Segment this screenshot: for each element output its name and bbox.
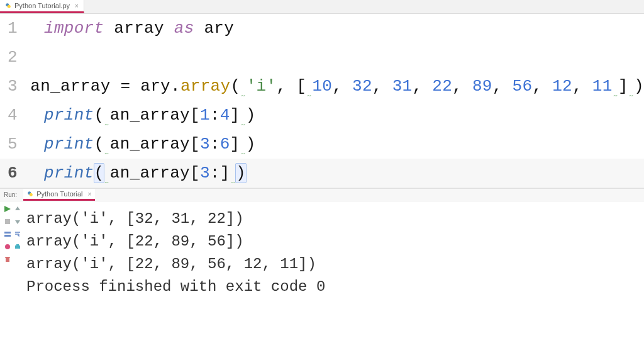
whitespace-hint-icon: ˷ xyxy=(613,85,618,98)
run-tab-python-tutorial[interactable]: Python Tutorial × xyxy=(23,189,95,201)
soft-wrap-icon[interactable] xyxy=(14,230,21,238)
svg-rect-5 xyxy=(5,219,10,224)
code-editor[interactable]: 1 import array as ary 2 3 an_array = ary… xyxy=(0,14,644,188)
line-number: 3 xyxy=(0,77,30,96)
output-line: array('i', [32, 31, 22]) xyxy=(26,208,644,230)
output-line: array('i', [22, 89, 56]) xyxy=(26,230,644,253)
down-arrow-icon[interactable] xyxy=(14,218,21,225)
run-panel-header: Run: Python Tutorial × xyxy=(0,189,644,201)
whitespace-hint-icon: ˷ xyxy=(240,114,246,127)
run-panel-label: Run: xyxy=(4,191,19,198)
close-icon[interactable]: × xyxy=(73,3,79,9)
run-toolbar xyxy=(0,201,26,355)
console-output[interactable]: array('i', [32, 31, 22]) array('i', [22,… xyxy=(26,201,644,355)
print-icon[interactable] xyxy=(14,243,21,251)
svg-point-1 xyxy=(8,5,11,8)
code-line: 2 xyxy=(0,43,644,72)
whitespace-hint-icon: ˷ xyxy=(306,85,312,98)
code-line: 1 import array as ary xyxy=(0,14,644,43)
matched-paren: ( xyxy=(94,164,104,183)
close-icon[interactable]: × xyxy=(86,191,92,198)
editor-tab-bar: Python Tutorial.py × xyxy=(0,0,644,14)
svg-rect-10 xyxy=(16,244,19,245)
line-number: 5 xyxy=(0,135,44,154)
record-icon[interactable] xyxy=(4,243,11,251)
line-number: 6 xyxy=(0,164,44,183)
svg-rect-9 xyxy=(15,245,20,249)
code-content: print(˷an_array[3:]˷) xyxy=(44,164,246,183)
editor-tab-python-tutorial[interactable]: Python Tutorial.py × xyxy=(0,0,84,13)
svg-rect-11 xyxy=(6,257,9,262)
output-line: array('i', [22, 89, 56, 12, 11]) xyxy=(26,253,644,276)
line-number: 4 xyxy=(0,106,44,125)
code-line: 3 an_array = ary.array(˷'i', [˷10, 32, 3… xyxy=(0,72,644,101)
code-line-current: 6 print(˷an_array[3:]˷) xyxy=(0,159,644,188)
matched-paren: ) xyxy=(236,164,246,183)
code-content: an_array = ary.array(˷'i', [˷10, 32, 31,… xyxy=(30,77,644,96)
line-number: 1 xyxy=(0,19,44,38)
code-line: 5 print(˷an_array[3:6]˷) xyxy=(0,130,644,159)
line-number: 2 xyxy=(0,48,44,67)
code-content: import array as ary xyxy=(44,19,234,38)
run-tab-label: Python Tutorial xyxy=(36,190,82,198)
svg-marker-4 xyxy=(4,206,11,212)
svg-point-3 xyxy=(30,193,33,196)
whitespace-hint-icon: ˷ xyxy=(104,114,109,127)
code-content: print(˷an_array[1:4]˷) xyxy=(44,106,256,125)
code-line: 4 print(˷an_array[1:4]˷) xyxy=(0,101,644,130)
python-file-icon xyxy=(27,191,33,197)
rerun-icon[interactable] xyxy=(4,205,11,213)
up-arrow-icon[interactable] xyxy=(14,205,21,213)
svg-rect-7 xyxy=(4,235,11,237)
whitespace-hint-icon: ˷ xyxy=(628,85,634,98)
whitespace-hint-icon: ˷ xyxy=(240,85,246,98)
svg-rect-12 xyxy=(5,257,10,258)
svg-point-8 xyxy=(5,244,10,249)
whitespace-hint-icon: ˷ xyxy=(240,143,246,155)
whitespace-hint-icon: ˷ xyxy=(230,172,236,184)
whitespace-hint-icon: ˷ xyxy=(104,143,109,155)
layout-icon[interactable] xyxy=(4,230,11,238)
python-file-icon xyxy=(5,3,11,9)
whitespace-hint-icon: ˷ xyxy=(104,172,109,184)
exit-code-line: Process finished with exit code 0 xyxy=(26,276,644,298)
delete-icon[interactable] xyxy=(4,256,11,263)
stop-icon[interactable] xyxy=(4,218,11,225)
svg-rect-6 xyxy=(4,232,11,234)
run-panel: array('i', [32, 31, 22]) array('i', [22,… xyxy=(0,201,644,355)
editor-tab-label: Python Tutorial.py xyxy=(14,2,70,9)
code-content: print(˷an_array[3:6]˷) xyxy=(44,135,256,154)
